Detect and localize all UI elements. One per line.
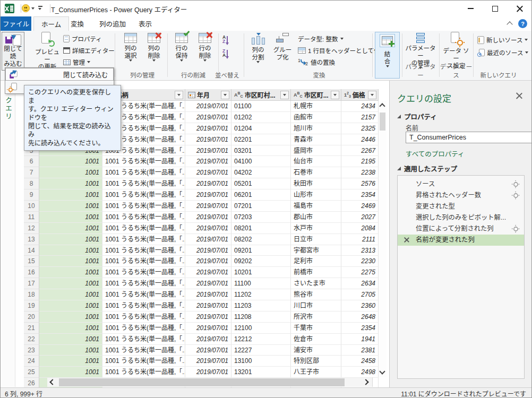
cell-brand[interactable]: 1001 うるち米(単一品種,「... — [102, 312, 185, 323]
cell-code[interactable]: 1001 — [39, 334, 102, 345]
data-type-button[interactable]: データ型: 整数 — [298, 34, 344, 43]
cell-code[interactable]: 1001 — [39, 312, 102, 323]
applied-step-item[interactable]: 変更された型 — [398, 201, 524, 212]
delete-step-icon[interactable] — [404, 237, 409, 243]
cell-price[interactable]: 2705 — [341, 289, 379, 300]
cell-city[interactable]: 宇都宮市 — [291, 245, 341, 256]
cell-price[interactable]: 2434 — [341, 101, 379, 112]
sort-descending-button[interactable]: ZA — [222, 48, 234, 58]
feedback-smiley-button[interactable] — [22, 4, 35, 12]
cell-date[interactable]: 2019/07/01 — [185, 212, 231, 223]
cell-city_code[interactable]: 07201 — [231, 201, 291, 212]
cell-city[interactable]: 福島市 — [291, 201, 341, 212]
cell-code[interactable]: 1001 — [39, 167, 102, 178]
cell-city_code[interactable]: 02201 — [231, 134, 291, 145]
row-number-cell[interactable]: 7 — [24, 167, 39, 178]
row-number-cell[interactable]: 26 — [24, 378, 39, 387]
horizontal-scrollbar-thumb[interactable] — [59, 378, 345, 386]
cell-price[interactable]: 2446 — [341, 134, 379, 145]
cell-brand[interactable]: 1001 うるち米(単一品種,「... — [102, 189, 185, 201]
cell-date[interactable]: 2019/07/01 — [185, 256, 231, 267]
cell-brand[interactable]: 1001 うるち米(単一品種,「... — [102, 300, 185, 312]
cell-city[interactable]: 熊谷市 — [291, 289, 341, 300]
cell-city[interactable]: 日立市 — [291, 234, 341, 245]
cell-price[interactable]: 2111 — [341, 234, 379, 245]
row-number-cell[interactable]: 14 — [24, 245, 39, 256]
filter-button[interactable] — [368, 91, 376, 99]
cell-date[interactable]: 2019/07/01 — [185, 178, 231, 189]
cell-date[interactable]: 2019/07/01 — [185, 123, 231, 134]
row-number-cell[interactable]: 6 — [24, 156, 39, 167]
cell-code[interactable]: 1001 — [39, 267, 102, 278]
row-number-cell[interactable]: 10 — [24, 201, 39, 212]
row-number-cell[interactable]: 19 — [24, 300, 39, 312]
cell-brand[interactable]: 1001 うるち米(単一品種,「... — [102, 334, 185, 345]
cell-city[interactable]: 足利市 — [291, 256, 341, 267]
applied-step-item[interactable]: 選択した列のみをピボット解... — [398, 212, 524, 223]
cell-brand[interactable]: 1001 うるち米(単一品種,「... — [102, 234, 185, 245]
cell-code[interactable]: 1001 — [39, 300, 102, 312]
cell-code[interactable]: 1001 — [39, 367, 102, 378]
cell-date[interactable]: 2019/07/01 — [185, 278, 231, 289]
split-column-button[interactable]: 列の 分割 — [246, 33, 270, 63]
cell-brand[interactable]: 1001 うるち米(単一品種,「... — [102, 167, 185, 178]
choose-columns-button[interactable]: 列の 選択 — [119, 33, 142, 62]
cell-date[interactable]: 2019/07/01 — [185, 189, 231, 201]
cell-price[interactable]: 2027 — [341, 212, 379, 223]
cell-date[interactable]: 2019/07/01 — [185, 101, 231, 112]
cell-brand[interactable]: 1001 うるち米(単一品種,「... — [102, 289, 185, 300]
cell-city_code[interactable]: 12227 — [231, 345, 291, 356]
cell-brand[interactable]: 1001 うるち米(単一品種,「... — [102, 367, 185, 378]
cell-city[interactable]: 仙台市 — [291, 156, 341, 167]
filter-button[interactable] — [331, 91, 339, 99]
row-number-cell[interactable]: 18 — [24, 289, 39, 300]
replace-values-button[interactable]: 12 値の置換 — [298, 58, 335, 66]
cell-price[interactable]: 2469 — [341, 201, 379, 212]
cell-city[interactable]: 秋田市 — [291, 178, 341, 189]
group-by-button[interactable]: グルー プ化 — [271, 33, 294, 61]
vertical-scrollbar[interactable] — [379, 101, 387, 377]
cell-date[interactable]: 2019/07/01 — [185, 145, 231, 157]
cell-city_code[interactable]: 07203 — [231, 212, 291, 223]
cell-brand[interactable]: 1001 うるち米(単一品種,「... — [102, 201, 185, 212]
cell-city[interactable]: 郡山市 — [291, 212, 341, 223]
cell-price[interactable]: 2230 — [341, 256, 379, 267]
customize-quick-access-toolbar-button[interactable] — [38, 6, 43, 11]
cell-city_code[interactable]: 09201 — [231, 245, 291, 256]
cell-date[interactable]: 2019/07/01 — [185, 234, 231, 245]
column-header-date[interactable]: 年月 — [185, 89, 231, 101]
cell-city[interactable]: 石巻市 — [291, 167, 341, 178]
cell-city_code[interactable]: 13100 — [231, 356, 291, 367]
cell-city[interactable]: 八王子市 — [291, 367, 341, 378]
cell-price[interactable]: 2648 — [341, 312, 379, 323]
cell-city[interactable]: 函館市 — [291, 112, 341, 123]
cell-date[interactable]: 2019/07/01 — [185, 334, 231, 345]
cell-date[interactable]: 2019/07/01 — [185, 367, 231, 378]
cell-price[interactable]: 2458 — [341, 356, 379, 367]
properties-section-header[interactable]: プロパティ — [397, 111, 437, 122]
cell-code[interactable]: 1001 — [39, 356, 102, 367]
cell-city[interactable]: 札幌市 — [291, 101, 341, 112]
cell-city[interactable]: 佐倉市 — [291, 334, 341, 345]
cell-city_code[interactable]: 06201 — [231, 189, 291, 201]
row-number-cell[interactable]: 23 — [24, 345, 39, 356]
cell-price[interactable]: 2313 — [341, 245, 379, 256]
cell-city[interactable]: 所沢市 — [291, 312, 341, 323]
cell-city_code[interactable]: 13201 — [231, 367, 291, 378]
cell-date[interactable]: 2019/07/01 — [185, 112, 231, 123]
applied-step-item[interactable]: ソース — [398, 179, 524, 190]
cell-code[interactable]: 1001 — [39, 256, 102, 267]
applied-steps-section-header[interactable]: 適用したステップ — [397, 163, 457, 174]
scroll-down-icon[interactable] — [379, 368, 385, 374]
cell-city[interactable]: 水戸市 — [291, 223, 341, 234]
cell-date[interactable]: 2019/07/01 — [185, 323, 231, 334]
cell-city[interactable]: 山形市 — [291, 189, 341, 201]
cell-code[interactable]: 1001 — [39, 278, 102, 289]
row-number-cell[interactable]: 25 — [24, 367, 39, 378]
cell-price[interactable]: 2360 — [341, 300, 379, 312]
cell-city_code[interactable]: 09202 — [231, 256, 291, 267]
cell-price[interactable]: 2325 — [341, 123, 379, 134]
query-name-input[interactable] — [406, 132, 532, 143]
vertical-scrollbar-thumb[interactable] — [380, 113, 385, 131]
row-number-cell[interactable]: 22 — [24, 334, 39, 345]
